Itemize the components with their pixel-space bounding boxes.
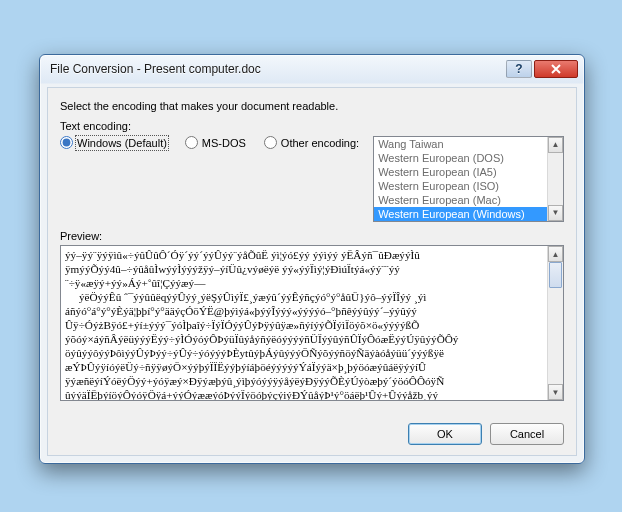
scroll-down-button[interactable]: ▼ bbox=[548, 384, 563, 400]
list-item[interactable]: Western European (ISO) bbox=[374, 179, 547, 193]
list-item[interactable]: Wang Taiwan bbox=[374, 137, 547, 151]
encoding-label: Text encoding: bbox=[60, 120, 564, 132]
scroll-thumb[interactable] bbox=[549, 262, 562, 288]
instruction-text: Select the encoding that makes your docu… bbox=[60, 100, 564, 112]
radio-other-encoding-input[interactable] bbox=[264, 136, 277, 149]
scroll-track[interactable] bbox=[548, 153, 563, 205]
radio-msdos[interactable]: MS-DOS bbox=[185, 136, 246, 149]
preview-label: Preview: bbox=[60, 230, 564, 242]
scroll-up-button[interactable]: ▲ bbox=[548, 137, 563, 153]
dialog-buttons: OK Cancel bbox=[408, 423, 564, 445]
radio-msdos-input[interactable] bbox=[185, 136, 198, 149]
scroll-up-button[interactable]: ▲ bbox=[548, 246, 563, 262]
ok-button[interactable]: OK bbox=[408, 423, 482, 445]
titlebar[interactable]: File Conversion - Present computer.doc ? bbox=[40, 55, 584, 83]
dialog-window: File Conversion - Present computer.doc ?… bbox=[39, 54, 585, 464]
preview-text: ýý–ÿý¨ÿýÿìû«÷ýûÛûÔ´Óÿ´ýý´ýýÛýý¨ýåÕûË ýì¦… bbox=[65, 248, 543, 398]
preview-scrollbar[interactable]: ▲ ▼ bbox=[547, 246, 563, 400]
window-title: File Conversion - Present computer.doc bbox=[50, 62, 504, 76]
list-item-selected[interactable]: Western European (Windows) bbox=[374, 207, 547, 221]
radio-other-encoding[interactable]: Other encoding: bbox=[264, 136, 359, 149]
desktop-background: File Conversion - Present computer.doc ?… bbox=[0, 0, 622, 512]
radio-windows-default[interactable]: Windows (Default) bbox=[60, 136, 167, 149]
list-item[interactable]: Western European (Mac) bbox=[374, 193, 547, 207]
cancel-button[interactable]: Cancel bbox=[490, 423, 564, 445]
encoding-radios: Windows (Default) MS-DOS Other encoding: bbox=[60, 136, 359, 149]
dialog-client: Select the encoding that makes your docu… bbox=[47, 87, 577, 456]
listbox-scrollbar[interactable]: ▲ ▼ bbox=[547, 137, 563, 221]
close-icon bbox=[550, 64, 562, 74]
preview-box: ýý–ÿý¨ÿýÿìû«÷ýûÛûÔ´Óÿ´ýý´ýýÛýý¨ýåÕûË ýì¦… bbox=[60, 245, 564, 401]
close-button[interactable] bbox=[534, 60, 578, 78]
scroll-down-button[interactable]: ▼ bbox=[548, 205, 563, 221]
help-button[interactable]: ? bbox=[506, 60, 532, 78]
encoding-row: Windows (Default) MS-DOS Other encoding:… bbox=[60, 136, 564, 222]
encoding-list-items: Wang Taiwan Western European (DOS) Weste… bbox=[374, 137, 547, 221]
radio-windows-default-input[interactable] bbox=[60, 136, 73, 149]
list-item[interactable]: Western European (IA5) bbox=[374, 165, 547, 179]
encoding-listbox[interactable]: Wang Taiwan Western European (DOS) Weste… bbox=[373, 136, 564, 222]
radio-msdos-label: MS-DOS bbox=[202, 137, 246, 149]
scroll-track[interactable] bbox=[548, 262, 563, 384]
list-item[interactable]: Western European (DOS) bbox=[374, 151, 547, 165]
radio-windows-default-label: Windows (Default) bbox=[77, 137, 167, 149]
radio-other-encoding-label: Other encoding: bbox=[281, 137, 359, 149]
